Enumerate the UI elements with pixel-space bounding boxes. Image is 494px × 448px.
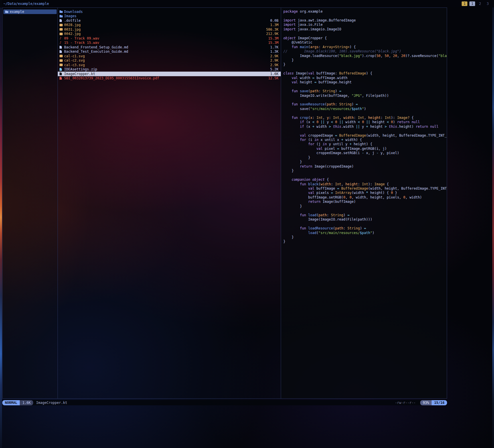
code-line: val width = buffImage.width [283,76,444,80]
file-manager-panels: example DownloadsImages.dotfile0.0B0028.… [2,7,447,399]
wallpaper-left-edge [0,0,2,448]
file-name: 15 - Track 15.wav [64,41,266,45]
parent-dir-item[interactable]: example [3,9,57,14]
file-name: Backend_Test_Execution_Guide.md [64,50,268,54]
file-size: 1.3K [270,50,278,54]
code-line: } [283,58,444,62]
file-row[interactable]: 09 - Track 09.wav15.3M [58,36,281,41]
file-name: 09 - Track 09.wav [64,36,266,40]
code-line: val pixels = IntArray(width * height) { … [283,191,444,195]
code-line: } [283,204,444,209]
file-size: 1.7K [270,45,278,49]
file-row[interactable]: 0028.jpg1.3M [58,23,281,27]
parent-pane: example [2,7,58,399]
code-line: import java.io.File [283,23,444,27]
code-icon [60,72,64,75]
tab-3[interactable]: 3 [485,1,491,6]
md-icon [60,46,64,49]
folder-icon [60,15,64,17]
file-size: 15.3M [268,36,278,40]
file-name: .dotfile [64,19,268,23]
code-line: } [283,169,444,173]
code-line: } [283,160,444,164]
code-line: fun loadResource(path: String) = [283,226,444,231]
file-row[interactable]: IDEAsettings.zip5.2K [58,67,281,72]
code-line [283,85,444,89]
tab-2[interactable]: 2 [477,1,483,6]
code-line: val croppedImage = BufferedImage(width, … [283,133,444,138]
pdf-icon [60,77,64,80]
file-name: ImageCropper.kt [64,72,268,76]
file-row[interactable]: Downloads [58,9,281,14]
file-permissions: -rw-r--r-- [395,401,416,405]
code-line: Image(ImageIO.read(File(path))) [283,217,444,222]
file-size-badge: 1.6K [20,400,33,405]
file-size: 586.3K [266,27,278,32]
code-line: import java.awt.image.BufferedImage [283,18,444,23]
file-row[interactable]: Backend_Frontend_Setup_Guide.md1.7K [58,45,281,50]
file-name: 0042.jpg [64,32,264,36]
audio-icon [60,37,64,40]
code-line [283,67,444,71]
code-line: fun crop(x: Int, y: Int, width: Int, hei… [283,116,444,120]
file-size: 2.9K [270,58,278,62]
file-row[interactable]: Images [58,14,281,19]
file-name: cal-c1.svg [64,54,268,58]
code-line: import javax.imageio.ImageIO [283,27,444,32]
file-size: 1.6K [270,72,278,76]
code-line: val pixel = buffImage.getRGB(i, j) [283,147,444,151]
code-line: val height = buffImage.height [283,80,444,85]
folder-icon [60,10,64,13]
file-name: SBI_0032013739_2023_DE05_0003155631Invoi… [64,76,266,80]
code-line: companion object { [283,178,444,182]
file-row[interactable]: SBI_0032013739_2023_DE05_0003155631Invoi… [58,76,281,81]
file-row[interactable]: Backend_Test_Execution_Guide.md1.3K [58,50,281,54]
file-row[interactable]: ImageCropper.kt1.6K [58,72,281,76]
file-icon [60,19,64,22]
file-name: Downloads [64,10,276,14]
file-row[interactable]: 0042.jpg212.9K [58,32,281,36]
image-icon [60,28,64,31]
file-name: 0031.jpg [64,27,264,32]
code-line: return Image(croppedImage) [283,164,444,169]
code-line: } [283,62,444,67]
folder-icon [5,11,10,13]
mode-badge: NORMAL [2,400,20,405]
file-list: DownloadsImages.dotfile0.0B0028.jpg1.3M0… [58,9,281,80]
tab-1[interactable]: 1 [462,1,467,6]
file-row[interactable]: .dotfile0.0B [58,18,281,23]
current-dir-pane: DownloadsImages.dotfile0.0B0028.jpg1.3M0… [58,7,281,399]
code-line: } [283,239,444,244]
zip-icon [60,68,64,71]
wallpaper-right-edge [492,0,494,448]
code-line: fun saveResource(path: String) = [283,102,444,107]
code-line: object ImageCropper { [283,36,444,40]
code-preview: package org.exampleimport java.awt.image… [283,9,444,244]
file-size: 15.3M [268,41,278,45]
file-name: cal-c3.svg [64,63,268,67]
file-size: 1.3M [270,23,278,27]
file-row[interactable]: cal-c2.svg2.9K [58,58,281,63]
top-bar: ~/Data/example/example 1123 [0,0,494,7]
code-line: // Image.black(100, 100).saveResource("b… [283,49,444,54]
file-name: 0028.jpg [64,23,268,27]
file-row[interactable]: cal-c3.svg2.9K [58,63,281,67]
file-size: 0.0B [270,19,278,23]
file-row[interactable]: 0031.jpg586.3K [58,27,281,32]
code-line: class Image(val buffImage: BufferedImage… [283,71,444,76]
code-line: return Image(buffImage) [283,200,444,204]
parent-dir-name: example [10,10,55,14]
file-row[interactable]: cal-c1.svg2.9K [58,54,281,58]
code-line: fun black(width: Int, height: Int): Imag… [283,182,444,186]
preview-pane: package org.exampleimport java.awt.image… [281,7,447,399]
code-line [283,209,444,213]
code-line [283,111,444,115]
file-row[interactable]: 15 - Track 15.wav15.3M [58,41,281,45]
tab-1[interactable]: 1 [469,1,475,6]
scroll-percent-badge: 93% [420,400,432,405]
file-size: 5.2K [270,67,278,71]
code-line: ImageIO.write(buffImage, "JPG", File(pat… [283,94,444,98]
code-line: buffImage.setRGB(0, 0, width, height, pi… [283,195,444,200]
status-filename: ImageCropper.kt [36,401,67,405]
breadcrumb-path: ~/Data/example/example [3,2,49,6]
